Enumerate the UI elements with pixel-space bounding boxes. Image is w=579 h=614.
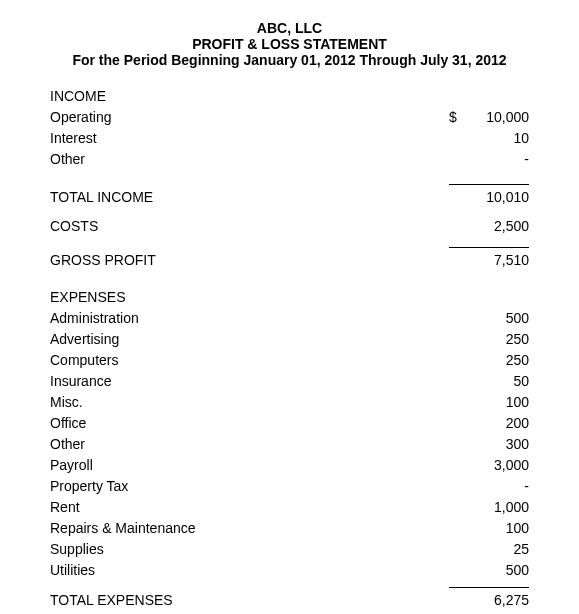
gross-profit-row: GROSS PROFIT 7,510 bbox=[50, 245, 529, 271]
line-amount: 25 bbox=[469, 539, 529, 560]
expense-row-advertising: Advertising 250 bbox=[50, 329, 529, 350]
total-label: TOTAL EXPENSES bbox=[50, 590, 449, 611]
expense-row-insurance: Insurance 50 bbox=[50, 371, 529, 392]
line-label: Interest bbox=[50, 128, 449, 149]
line-label: Other bbox=[50, 434, 449, 455]
line-amount: 300 bbox=[469, 434, 529, 455]
line-amount: 500 bbox=[469, 560, 529, 581]
line-label: Operating bbox=[50, 107, 449, 128]
line-amount: 100 bbox=[469, 518, 529, 539]
expense-row-computers: Computers 250 bbox=[50, 350, 529, 371]
total-income-row: TOTAL INCOME 10,010 bbox=[50, 182, 529, 208]
income-row-other: Other - bbox=[50, 149, 529, 170]
line-amount: 250 bbox=[469, 350, 529, 371]
line-amount: 3,000 bbox=[469, 455, 529, 476]
line-label: Payroll bbox=[50, 455, 449, 476]
line-label: Misc. bbox=[50, 392, 449, 413]
company-name: ABC, LLC bbox=[50, 20, 529, 36]
expense-row-repairs: Repairs & Maintenance 100 bbox=[50, 518, 529, 539]
expense-row-other: Other 300 bbox=[50, 434, 529, 455]
statement-header: ABC, LLC PROFIT & LOSS STATEMENT For the… bbox=[50, 20, 529, 68]
line-label: Property Tax bbox=[50, 476, 449, 497]
expense-row-office: Office 200 bbox=[50, 413, 529, 434]
expense-row-supplies: Supplies 25 bbox=[50, 539, 529, 560]
section-label: EXPENSES bbox=[50, 287, 529, 308]
line-amount: - bbox=[469, 149, 529, 170]
line-amount: 2,500 bbox=[469, 216, 529, 237]
line-amount: 500 bbox=[469, 308, 529, 329]
income-row-operating: Operating $ 10,000 bbox=[50, 107, 529, 128]
statement-title: PROFIT & LOSS STATEMENT bbox=[50, 36, 529, 52]
line-label: Other bbox=[50, 149, 449, 170]
income-heading: INCOME bbox=[50, 86, 529, 107]
expense-row-payroll: Payroll 3,000 bbox=[50, 455, 529, 476]
line-label: COSTS bbox=[50, 216, 449, 237]
line-amount: 250 bbox=[469, 329, 529, 350]
line-amount: 1,000 bbox=[469, 497, 529, 518]
expenses-heading: EXPENSES bbox=[50, 287, 529, 308]
line-amount: 200 bbox=[469, 413, 529, 434]
expense-row-property-tax: Property Tax - bbox=[50, 476, 529, 497]
costs-row: COSTS 2,500 bbox=[50, 216, 529, 237]
line-label: Rent bbox=[50, 497, 449, 518]
expense-row-rent: Rent 1,000 bbox=[50, 497, 529, 518]
currency-symbol: $ bbox=[449, 107, 469, 128]
expense-row-misc: Misc. 100 bbox=[50, 392, 529, 413]
line-label: Advertising bbox=[50, 329, 449, 350]
line-amount: 10 bbox=[469, 128, 529, 149]
line-amount: 100 bbox=[469, 392, 529, 413]
line-amount: 7,510 bbox=[469, 250, 529, 271]
expense-row-administration: Administration 500 bbox=[50, 308, 529, 329]
line-label: Insurance bbox=[50, 371, 449, 392]
line-amount: 10,000 bbox=[469, 107, 529, 128]
line-label: Computers bbox=[50, 350, 449, 371]
line-label: GROSS PROFIT bbox=[50, 250, 449, 271]
line-label: Utilities bbox=[50, 560, 449, 581]
section-label: INCOME bbox=[50, 86, 529, 107]
line-label: Administration bbox=[50, 308, 449, 329]
total-label: TOTAL INCOME bbox=[50, 187, 449, 208]
total-amount: 10,010 bbox=[469, 187, 529, 208]
expense-row-utilities: Utilities 500 bbox=[50, 560, 529, 581]
line-amount: 50 bbox=[469, 371, 529, 392]
total-amount: 6,275 bbox=[469, 590, 529, 611]
statement-period: For the Period Beginning January 01, 201… bbox=[50, 52, 529, 68]
income-row-interest: Interest 10 bbox=[50, 128, 529, 149]
line-label: Supplies bbox=[50, 539, 449, 560]
line-label: Repairs & Maintenance bbox=[50, 518, 449, 539]
line-amount: - bbox=[469, 476, 529, 497]
total-expenses-row: TOTAL EXPENSES 6,275 bbox=[50, 585, 529, 611]
line-label: Office bbox=[50, 413, 449, 434]
